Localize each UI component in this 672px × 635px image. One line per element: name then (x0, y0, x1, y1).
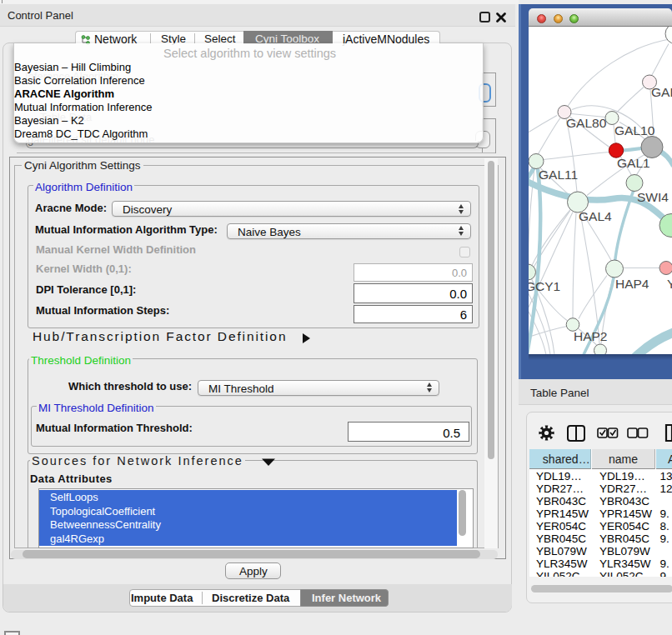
svg-text:GCY1: GCY1 (529, 278, 560, 292)
svg-text:GAL1: GAL1 (617, 155, 650, 169)
svg-text:HAP4: HAP4 (615, 276, 649, 290)
svg-text:GAL80: GAL80 (566, 116, 607, 130)
svg-text:SWI4: SWI4 (637, 190, 669, 204)
svg-text:GAL4: GAL4 (579, 208, 612, 222)
svg-text:Y: Y (667, 276, 672, 290)
svg-text:HAP2: HAP2 (574, 328, 608, 342)
svg-text:GAL10: GAL10 (614, 122, 655, 137)
svg-text:GAL11: GAL11 (539, 167, 578, 181)
svg-text:GAL: GAL (651, 84, 672, 98)
